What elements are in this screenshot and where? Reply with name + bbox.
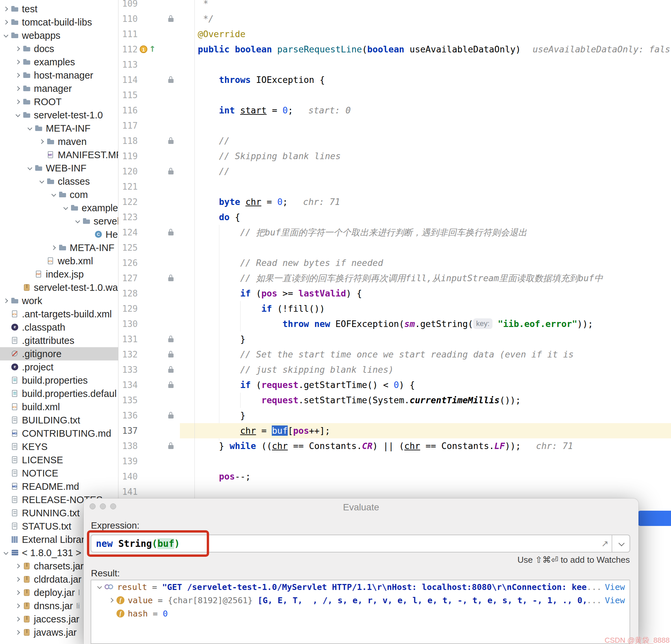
tree-item[interactable]: web.xml — [0, 254, 118, 268]
gutter-line[interactable]: 133 — [118, 362, 195, 377]
code-line[interactable] — [195, 240, 671, 255]
gutter-line[interactable]: 134 — [118, 377, 195, 392]
code-line[interactable] — [195, 179, 671, 194]
gutter-line[interactable]: 118 — [118, 133, 195, 149]
tree-item[interactable]: servelet-test-1.0 — [0, 108, 118, 122]
chevron-down-icon[interactable] — [38, 177, 46, 186]
gutter-line[interactable]: 120 — [118, 164, 195, 179]
gutter-line[interactable]: 117 — [118, 118, 195, 133]
code-line[interactable]: // 如果一直读到的回车换行符则再次调用fill,从inputStream里面读… — [195, 271, 671, 286]
gutter-line[interactable]: 124 — [118, 225, 195, 240]
code-line[interactable]: // Set the start time once we start read… — [195, 347, 671, 362]
code-line[interactable] — [195, 118, 671, 133]
tree-item[interactable]: WEB-INF — [0, 162, 118, 175]
tree-item[interactable]: examples — [0, 55, 118, 69]
tree-item[interactable]: MANIFEST.MF — [0, 148, 118, 162]
gutter-line[interactable]: 1121↑ — [118, 42, 195, 57]
code-line[interactable] — [195, 88, 671, 103]
code-line[interactable]: throw new EOFException(sm.getString(key:… — [195, 317, 671, 332]
code-line[interactable]: byte chr = 0;chr: 71 — [195, 194, 671, 209]
code-line[interactable] — [195, 484, 671, 499]
gutter-line[interactable]: 138 — [118, 438, 195, 454]
gutter-line[interactable]: 123 — [118, 209, 195, 225]
chevron-right-icon[interactable] — [2, 5, 10, 13]
result-row[interactable]: fhash = 0 — [91, 607, 630, 620]
tree-item[interactable]: build.properties.defaul — [0, 387, 118, 400]
gutter-line[interactable]: 135 — [118, 392, 195, 408]
chevron-down-icon[interactable] — [14, 111, 22, 119]
chevron-right-icon[interactable] — [14, 71, 22, 80]
gutter-line[interactable]: 130 — [118, 317, 195, 332]
tree-item[interactable]: README.md — [0, 480, 118, 493]
view-link[interactable]: View — [605, 582, 625, 592]
tree-item[interactable]: test — [0, 2, 118, 16]
gutter-line[interactable]: 128 — [118, 286, 195, 301]
gutter-line[interactable]: 111 — [118, 27, 195, 42]
result-row[interactable]: fvalue = {char[8192]@2561} [G, E, T, , /… — [91, 594, 630, 607]
chevron-right-icon[interactable] — [14, 562, 22, 570]
code-line[interactable] — [195, 454, 671, 469]
chevron-right-icon[interactable] — [14, 628, 22, 637]
expand-editor-icon[interactable]: ↗ — [598, 539, 611, 549]
tree-item[interactable]: index.jsp — [0, 268, 118, 281]
tree-item[interactable]: META-INF — [0, 122, 118, 135]
gutter-line[interactable]: 140 — [118, 469, 195, 484]
gutter-line[interactable]: 110 — [118, 11, 195, 27]
tree-item[interactable]: maven — [0, 135, 118, 148]
tree-item[interactable]: BUILDING.txt — [0, 413, 118, 427]
tree-item[interactable]: servelet-test-1.0.wa — [0, 281, 118, 294]
result-row[interactable]: result = "GET /servelet-test-1.0/MyServl… — [91, 580, 630, 594]
code-line[interactable]: do { — [195, 209, 671, 225]
code-line[interactable]: // — [195, 133, 671, 149]
code-line[interactable]: @Override — [195, 27, 671, 42]
tree-item[interactable]: servel — [0, 215, 118, 228]
tree-item[interactable]: com — [0, 188, 118, 201]
chevron-right-icon[interactable] — [14, 615, 22, 623]
tree-item[interactable]: .classpath — [0, 321, 118, 334]
gutter-line[interactable]: 136 — [118, 408, 195, 423]
gutter-line[interactable]: 122 — [118, 194, 195, 209]
code-line[interactable]: * — [195, 0, 671, 11]
code-line[interactable]: */ — [195, 11, 671, 27]
chevron-right-icon[interactable] — [14, 588, 22, 597]
tree-item[interactable]: classes — [0, 175, 118, 188]
tree-item[interactable]: work — [0, 294, 118, 307]
chevron-down-icon[interactable] — [73, 217, 82, 226]
gutter-line[interactable]: 141 — [118, 484, 195, 499]
chevron-right-icon[interactable] — [14, 602, 22, 610]
chevron-down-icon[interactable] — [26, 124, 34, 133]
code-line[interactable]: request.setStartTime(System.currentTimeM… — [195, 392, 671, 408]
code-line[interactable]: // Read new bytes if needed — [195, 255, 671, 271]
code-line[interactable]: } while ((chr == Constants.CR) || (chr =… — [195, 438, 671, 454]
chevron-down-icon[interactable] — [61, 204, 70, 212]
chevron-right-icon[interactable] — [14, 98, 22, 106]
chevron-down-icon[interactable] — [2, 549, 10, 557]
gutter-line[interactable]: 137 — [118, 423, 195, 438]
tree-item[interactable]: build.properties — [0, 374, 118, 387]
gutter-line[interactable]: 129 — [118, 301, 195, 317]
chevron-right-icon[interactable] — [14, 575, 22, 584]
gutter-line[interactable]: 139 — [118, 454, 195, 469]
chevron-right-icon[interactable] — [49, 243, 58, 252]
tree-item[interactable]: LICENSE — [0, 453, 118, 467]
chevron-down-icon[interactable] — [26, 164, 34, 172]
tree-item[interactable]: host-manager — [0, 69, 118, 82]
gutter-line[interactable]: 126 — [118, 255, 195, 271]
gutter-line[interactable]: 109 — [118, 0, 195, 11]
code-line[interactable]: // — [195, 164, 671, 179]
view-link[interactable]: View — [605, 596, 625, 605]
code-line[interactable]: if (pos >= lastValid) { — [195, 286, 671, 301]
code-line[interactable]: chr = buf[pos++]; — [195, 423, 671, 438]
tree-item[interactable]: webapps — [0, 29, 118, 42]
tree-item[interactable]: CONTRIBUTING.md — [0, 427, 118, 440]
code-line[interactable]: if (!fill()) — [195, 301, 671, 317]
gutter-line[interactable]: 114 — [118, 72, 195, 88]
code-line[interactable]: // 把buf里面的字符一个个取出来进行判断，遇到非回车换行符则会退出 — [195, 225, 671, 240]
code-line[interactable]: public boolean parseRequestLine(boolean … — [195, 42, 671, 57]
gutter-line[interactable]: 119 — [118, 149, 195, 164]
gutter-line[interactable]: 115 — [118, 88, 195, 103]
expression-input[interactable]: new String(buf) ↗ — [91, 534, 630, 553]
tree-item[interactable]: tomcat-build-libs — [0, 16, 118, 29]
expression-text[interactable]: new String(buf) — [91, 538, 598, 549]
chevron-right-icon[interactable] — [2, 296, 10, 305]
